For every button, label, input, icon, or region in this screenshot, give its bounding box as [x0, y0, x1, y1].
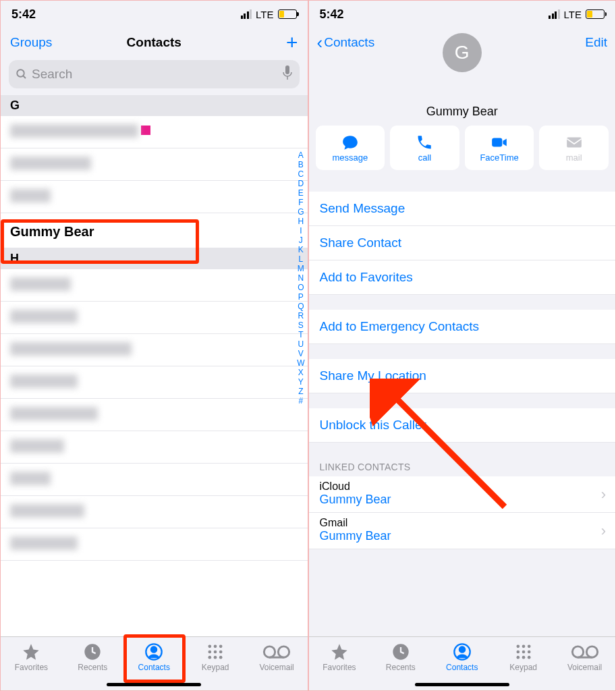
- groups-button[interactable]: Groups: [10, 35, 52, 50]
- detail-body[interactable]: Send Message Share Contact Add to Favori…: [309, 177, 616, 636]
- svg-point-28: [516, 651, 520, 654]
- back-button[interactable]: ‹ Contacts: [317, 32, 375, 53]
- facetime-button[interactable]: FaceTime: [465, 126, 534, 170]
- mic-icon[interactable]: [282, 65, 293, 84]
- list-item[interactable]: [1, 148, 308, 181]
- list-item[interactable]: [1, 399, 308, 431]
- linked-row[interactable]: Gmail Gummy Bear ›: [309, 513, 616, 549]
- share-location-row[interactable]: Share My Location: [309, 359, 616, 393]
- add-contact-button[interactable]: +: [286, 31, 298, 54]
- tab-keypad[interactable]: Keypad: [185, 642, 246, 672]
- tab-bar: Favorites Recents Contacts Keypad Voicem…: [309, 636, 616, 690]
- list-item[interactable]: [1, 269, 308, 302]
- avatar: G: [443, 33, 482, 72]
- tab-favorites[interactable]: Favorites: [1, 642, 62, 672]
- list-item[interactable]: [1, 334, 308, 366]
- unblock-caller-row[interactable]: Unblock this Caller: [309, 408, 616, 443]
- svg-point-10: [208, 651, 212, 654]
- contact-detail-screen: 5:42 LTE ‹ Contacts Edit G Gummy Bear me…: [308, 0, 617, 691]
- svg-point-8: [214, 645, 217, 648]
- mail-button: mail: [539, 126, 609, 170]
- edit-button[interactable]: Edit: [585, 35, 607, 50]
- svg-point-15: [219, 656, 223, 659]
- svg-point-24: [459, 646, 465, 652]
- tab-favorites[interactable]: Favorites: [309, 642, 370, 672]
- svg-rect-2: [285, 65, 289, 74]
- network-label: LTE: [256, 9, 273, 20]
- svg-point-33: [528, 656, 531, 659]
- search-icon: [16, 68, 28, 80]
- chevron-right-icon: ›: [601, 486, 606, 503]
- svg-point-29: [522, 651, 525, 654]
- home-indicator[interactable]: [107, 683, 201, 686]
- contacts-list[interactable]: G Gummy Bear H: [1, 95, 308, 636]
- list-item[interactable]: [1, 116, 308, 148]
- battery-icon: [278, 9, 297, 19]
- mail-icon: [565, 134, 583, 151]
- svg-point-14: [214, 656, 217, 659]
- list-item[interactable]: [1, 528, 308, 561]
- add-emergency-row[interactable]: Add to Emergency Contacts: [309, 310, 616, 344]
- status-time: 5:42: [11, 7, 36, 22]
- tab-voicemail[interactable]: Voicemail: [246, 642, 308, 672]
- message-icon: [341, 134, 359, 151]
- share-contact-row[interactable]: Share Contact: [309, 226, 616, 260]
- call-button[interactable]: call: [390, 126, 459, 170]
- list-item[interactable]: [1, 431, 308, 464]
- signal-icon: [241, 9, 252, 19]
- contact-name: Gummy Bear: [309, 105, 616, 119]
- svg-point-13: [208, 656, 212, 659]
- list-item[interactable]: [1, 181, 308, 213]
- list-item[interactable]: [1, 366, 308, 399]
- tab-recents[interactable]: Recents: [370, 642, 431, 672]
- tab-contacts[interactable]: Contacts: [123, 642, 185, 672]
- contact-gummy-bear[interactable]: Gummy Bear: [1, 213, 308, 248]
- svg-point-30: [528, 651, 531, 654]
- page-title: Contacts: [127, 35, 181, 50]
- svg-line-1: [23, 76, 26, 78]
- svg-point-27: [528, 645, 531, 648]
- network-label: LTE: [564, 9, 582, 20]
- svg-point-11: [214, 651, 217, 654]
- signal-icon: [549, 9, 560, 19]
- svg-point-6: [151, 646, 157, 652]
- send-message-row[interactable]: Send Message: [309, 192, 616, 226]
- status-time: 5:42: [320, 7, 344, 22]
- tab-recents[interactable]: Recents: [62, 642, 123, 672]
- chevron-left-icon: ‹: [317, 32, 323, 53]
- status-bar: 5:42 LTE: [309, 1, 616, 28]
- status-bar: 5:42 LTE: [1, 1, 308, 28]
- list-item[interactable]: [1, 302, 308, 334]
- svg-point-12: [219, 651, 223, 654]
- battery-icon: [586, 9, 605, 19]
- svg-point-26: [522, 645, 525, 648]
- phone-icon: [416, 134, 433, 151]
- svg-rect-19: [492, 138, 502, 146]
- alpha-index[interactable]: ABCDEFGHIJKLMNOPQRSTUVWXYZ#: [297, 150, 304, 406]
- list-item[interactable]: [1, 496, 308, 528]
- message-button[interactable]: message: [316, 126, 385, 170]
- svg-point-9: [219, 645, 223, 648]
- svg-point-0: [17, 70, 24, 77]
- search-input[interactable]: Search: [9, 60, 300, 88]
- tab-voicemail[interactable]: Voicemail: [554, 642, 615, 672]
- tab-contacts[interactable]: Contacts: [431, 642, 493, 672]
- svg-point-16: [264, 646, 275, 657]
- svg-point-32: [522, 656, 525, 659]
- status-right: LTE: [549, 9, 605, 20]
- tab-keypad[interactable]: Keypad: [493, 642, 554, 672]
- video-icon: [491, 134, 508, 151]
- svg-point-17: [278, 646, 289, 657]
- list-item[interactable]: [1, 464, 308, 496]
- home-indicator[interactable]: [415, 683, 509, 686]
- svg-point-34: [572, 646, 583, 657]
- linked-row[interactable]: iCloud Gummy Bear ›: [309, 476, 616, 513]
- status-right: LTE: [241, 9, 297, 20]
- contacts-list-screen: 5:42 LTE Groups Contacts + Search G Gumm…: [0, 0, 308, 691]
- svg-point-7: [208, 645, 212, 648]
- add-favorites-row[interactable]: Add to Favorites: [309, 260, 616, 295]
- svg-point-35: [586, 646, 597, 657]
- section-header-g: G: [1, 95, 308, 116]
- svg-rect-20: [567, 137, 582, 147]
- tab-bar: Favorites Recents Contacts Keypad Voicem…: [1, 636, 308, 690]
